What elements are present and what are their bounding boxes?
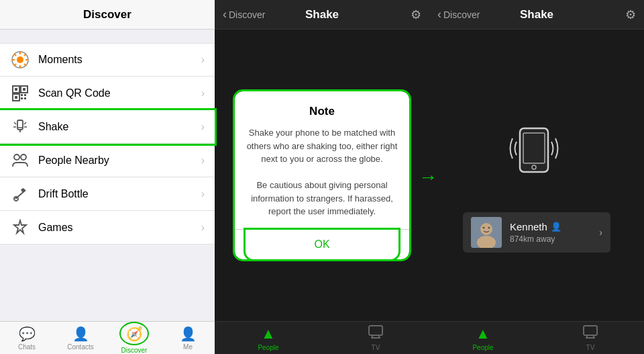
modal-body: Shake your phone to be matched with othe… — [246, 126, 398, 218]
svg-rect-17 — [24, 94, 26, 96]
shake-result-navbar: ‹ Discover Shake ⚙ — [429, 0, 644, 30]
modal-body-line1: Shake your phone to be matched with othe… — [247, 128, 398, 164]
scan-qr-chevron: › — [201, 87, 205, 99]
modal-overlay: Note Shake your phone to be matched with… — [215, 30, 429, 321]
tab-contacts[interactable]: 👤 Contacts — [54, 322, 107, 354]
shake-result-settings-icon[interactable]: ⚙ — [625, 7, 636, 22]
discover-panel: Discover Moments › — [0, 0, 215, 354]
discover-label: Discover — [121, 347, 148, 354]
tab-chats[interactable]: 💬 Chats — [0, 322, 54, 354]
menu-item-people-nearby[interactable]: People Nearby › — [0, 144, 215, 177]
modal-ok-button[interactable]: OK — [246, 230, 398, 259]
panel3-tv-label: TV — [586, 344, 595, 351]
drift-bottle-icon — [10, 184, 30, 204]
shake-settings-icon[interactable]: ⚙ — [411, 7, 421, 22]
shake-result-back[interactable]: ‹ Discover — [437, 7, 480, 21]
panel3-tab-bar: ▲ People TV — [429, 321, 644, 354]
discover-icon: 🧭 — [126, 326, 143, 342]
moments-icon — [10, 50, 30, 70]
people-nearby-label: People Nearby — [38, 154, 201, 167]
person-icon: 👤 — [551, 222, 561, 232]
svg-marker-29 — [21, 188, 26, 192]
moments-label: Moments — [38, 54, 201, 66]
svg-rect-19 — [24, 97, 26, 99]
me-label: Me — [183, 343, 193, 351]
chats-label: Chats — [18, 343, 36, 351]
panel3-people-icon: ▲ — [476, 325, 490, 343]
people-nearby-icon — [10, 150, 30, 171]
back-chevron: ‹ — [223, 7, 227, 21]
svg-rect-13 — [15, 88, 17, 91]
svg-rect-20 — [17, 120, 23, 130]
shake-result-panel: ‹ Discover Shake ⚙ — [429, 0, 644, 354]
panel2-tv-icon — [368, 324, 384, 343]
panel3-people-label: People — [472, 344, 493, 351]
panel2-tv-label: TV — [372, 344, 380, 351]
svg-point-1 — [17, 56, 23, 63]
shake-label: Shake — [38, 121, 201, 133]
menu-item-shake[interactable]: Shake › — [0, 110, 215, 144]
games-icon — [10, 218, 30, 238]
me-icon: 👤 — [180, 326, 197, 342]
svg-point-28 — [21, 154, 26, 160]
svg-rect-15 — [15, 96, 17, 99]
games-chevron: › — [201, 222, 205, 234]
result-back-label: Discover — [443, 9, 480, 20]
tab-me[interactable]: 👤 Me — [161, 322, 215, 354]
drift-bottle-chevron: › — [201, 188, 205, 200]
result-distance: 874km away — [510, 234, 591, 244]
discover-title: Discover — [83, 8, 131, 21]
shake-panel: ‹ Discover Shake ⚙ Note Shake your phone… — [215, 0, 429, 354]
menu-item-games[interactable]: Games › — [0, 211, 215, 245]
moments-chevron: › — [201, 54, 205, 66]
discover-tab-circle: 🧭 — [119, 322, 149, 345]
shake-navbar: ‹ Discover Shake ⚙ — [215, 0, 429, 30]
menu-item-drift-bottle[interactable]: Drift Bottle › — [0, 177, 215, 211]
menu-item-moments[interactable]: Moments › — [0, 43, 215, 77]
scan-qr-label: Scan QR Code — [38, 87, 201, 99]
result-name-text: Kenneth — [510, 221, 547, 232]
panel2-people-icon: ▲ — [261, 325, 276, 343]
panel2-tab-people[interactable]: ▲ People — [215, 322, 322, 354]
svg-point-40 — [480, 223, 492, 235]
panel2-tab-tv[interactable]: TV — [322, 322, 429, 354]
svg-point-43 — [488, 226, 490, 228]
svg-rect-16 — [21, 94, 23, 96]
modal-body-line2: Be cautious about giving personal inform… — [251, 180, 393, 216]
result-back-chevron: ‹ — [437, 7, 441, 21]
tab-discover[interactable]: 🧭 Discover — [107, 322, 161, 354]
result-card-kenneth[interactable]: Kenneth 👤 874km away › — [463, 212, 610, 253]
note-modal: Note Shake your phone to be matched with… — [235, 91, 409, 259]
discover-navbar: Discover — [0, 0, 215, 30]
shake-result-title: Shake — [520, 8, 553, 21]
svg-line-6 — [14, 54, 16, 56]
shake-title: Shake — [305, 8, 339, 21]
shake-chevron: › — [201, 121, 205, 133]
svg-rect-32 — [369, 326, 382, 335]
svg-line-7 — [24, 64, 26, 66]
shake-back[interactable]: ‹ Discover — [223, 7, 265, 21]
panel3-tv-icon — [582, 324, 598, 343]
menu-item-scan-qr[interactable]: Scan QR Code › — [0, 77, 215, 110]
panel3-tab-tv[interactable]: TV — [537, 322, 644, 354]
shake-dark-body: Note Shake your phone to be matched with… — [215, 30, 429, 354]
svg-point-42 — [483, 226, 485, 228]
drift-bottle-label: Drift Bottle — [38, 188, 201, 200]
modal-title: Note — [246, 105, 398, 118]
svg-rect-18 — [21, 97, 23, 99]
result-info: Kenneth 👤 874km away — [510, 221, 591, 244]
result-name: Kenneth 👤 — [510, 221, 591, 232]
games-label: Games — [38, 222, 201, 234]
contacts-icon: 👤 — [72, 326, 89, 342]
svg-rect-14 — [23, 88, 25, 91]
discover-menu: Moments › Scan QR Code › — [0, 43, 215, 245]
chats-icon: 💬 — [19, 326, 36, 342]
shake-icon — [10, 117, 30, 137]
svg-line-23 — [14, 122, 16, 124]
svg-line-9 — [14, 64, 16, 66]
panel2-people-label: People — [258, 344, 278, 351]
panel3-tab-people[interactable]: ▲ People — [429, 322, 537, 354]
scan-qr-icon — [10, 83, 30, 103]
svg-line-8 — [24, 54, 26, 56]
people-nearby-chevron: › — [201, 154, 205, 167]
